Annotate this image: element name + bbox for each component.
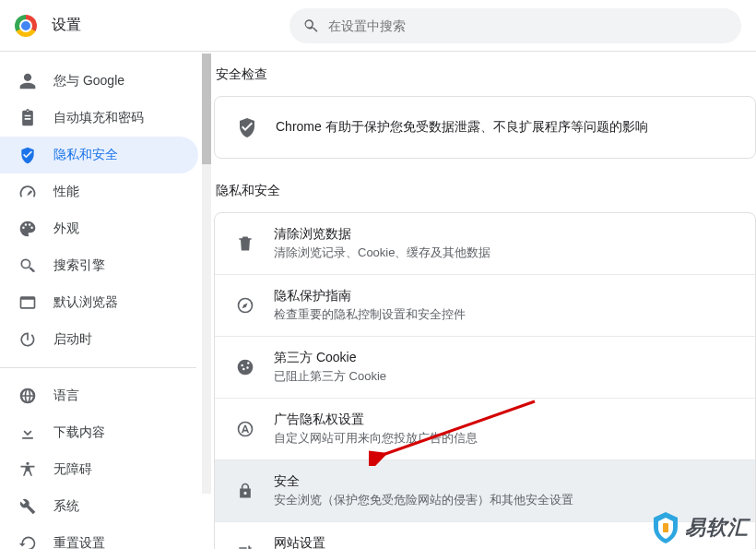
sidebar-scrollbar-thumb[interactable]	[202, 54, 211, 164]
watermark-text: 易软汇	[685, 514, 749, 542]
sidebar-item-label: 自动填充和密码	[53, 110, 144, 126]
settings-sidebar: 您与 Google 自动填充和密码 隐私和安全 性能 外观 搜索引擎 默认浏览器	[0, 52, 214, 549]
sidebar-item-label: 外观	[53, 221, 79, 237]
sidebar-item-label: 隐私和安全	[53, 147, 118, 163]
safety-check-heading: 安全检查	[214, 61, 756, 96]
sidebar-item-label: 搜索引擎	[53, 257, 105, 274]
globe-icon	[18, 387, 37, 405]
sidebar-item-on-startup[interactable]: 启动时	[0, 321, 198, 358]
row-third-party-cookies[interactable]: 第三方 Cookie 已阻止第三方 Cookie	[215, 336, 755, 398]
row-title: 网站设置	[274, 535, 549, 549]
row-ad-privacy[interactable]: 广告隐私权设置 自定义网站可用来向您投放广告的信息	[215, 398, 755, 459]
watermark-logo-icon	[652, 512, 679, 543]
trash-icon	[236, 234, 254, 253]
settings-search[interactable]	[289, 8, 741, 43]
download-icon	[18, 424, 37, 442]
sidebar-item-label: 系统	[53, 498, 79, 515]
sidebar-item-performance[interactable]: 性能	[0, 173, 198, 210]
sidebar-item-label: 下载内容	[53, 424, 105, 441]
svg-rect-1	[663, 523, 668, 532]
restore-icon	[18, 534, 37, 549]
sliders-icon	[236, 543, 254, 549]
cookie-icon	[236, 358, 254, 376]
privacy-heading: 隐私和安全	[214, 177, 756, 212]
search-icon	[18, 257, 37, 275]
row-title: 安全	[274, 473, 573, 490]
sidebar-item-label: 性能	[53, 184, 79, 200]
search-input[interactable]	[328, 18, 728, 33]
search-icon	[302, 18, 319, 34]
sidebar-item-appearance[interactable]: 外观	[0, 210, 198, 247]
row-subtitle: 清除浏览记录、Cookie、缓存及其他数据	[274, 245, 490, 261]
browser-icon	[18, 293, 37, 312]
wrench-icon	[18, 497, 37, 516]
sidebar-item-privacy[interactable]: 隐私和安全	[0, 137, 198, 173]
sidebar-item-system[interactable]: 系统	[0, 488, 198, 525]
safety-check-text: Chrome 有助于保护您免受数据泄露、不良扩展程序等问题的影响	[276, 119, 648, 136]
sidebar-item-label: 无障碍	[53, 461, 92, 478]
sidebar-item-label: 启动时	[53, 331, 92, 348]
power-icon	[18, 330, 37, 349]
sidebar-item-default-browser[interactable]: 默认浏览器	[0, 284, 198, 321]
sidebar-item-label: 默认浏览器	[53, 294, 118, 311]
sidebar-item-label: 重置设置	[53, 535, 105, 549]
watermark: 易软汇	[652, 512, 749, 543]
sidebar-item-accessibility[interactable]: 无障碍	[0, 451, 198, 488]
page-title: 设置	[52, 16, 81, 35]
ad-icon	[236, 420, 254, 438]
speedometer-icon	[18, 183, 37, 201]
privacy-card: 清除浏览数据 清除浏览记录、Cookie、缓存及其他数据 隐私保护指南 检查重要…	[214, 212, 756, 549]
clipboard-icon	[18, 109, 37, 127]
settings-content: 安全检查 Chrome 有助于保护您免受数据泄露、不良扩展程序等问题的影响 隐私…	[214, 52, 756, 549]
row-title: 隐私保护指南	[274, 288, 466, 304]
chrome-logo-icon	[15, 15, 37, 37]
safety-check-row[interactable]: Chrome 有助于保护您免受数据泄露、不良扩展程序等问题的影响	[215, 97, 755, 158]
shield-check-icon	[236, 116, 258, 138]
sidebar-item-label: 语言	[53, 388, 79, 404]
sidebar-item-autofill[interactable]: 自动填充和密码	[0, 100, 198, 137]
row-privacy-guide[interactable]: 隐私保护指南 检查重要的隐私控制设置和安全控件	[215, 274, 755, 336]
row-subtitle: 安全浏览（保护您免受危险网站的侵害）和其他安全设置	[274, 492, 573, 508]
accessibility-icon	[18, 460, 37, 479]
safety-check-card: Chrome 有助于保护您免受数据泄露、不良扩展程序等问题的影响	[214, 96, 756, 159]
sidebar-item-reset[interactable]: 重置设置	[0, 525, 198, 549]
sidebar-item-languages[interactable]: 语言	[0, 377, 198, 414]
sidebar-item-label: 您与 Google	[53, 73, 124, 90]
lock-icon	[236, 482, 254, 500]
palette-icon	[18, 220, 37, 238]
sidebar-item-you-and-google[interactable]: 您与 Google	[0, 63, 198, 100]
row-title: 广告隐私权设置	[274, 412, 478, 428]
person-icon	[18, 72, 37, 90]
sidebar-item-downloads[interactable]: 下载内容	[0, 414, 198, 451]
sidebar-divider	[0, 367, 196, 368]
row-subtitle: 检查重要的隐私控制设置和安全控件	[274, 306, 466, 323]
sidebar-item-search-engine[interactable]: 搜索引擎	[0, 247, 198, 284]
row-subtitle: 自定义网站可用来向您投放广告的信息	[274, 430, 478, 447]
row-title: 第三方 Cookie	[274, 350, 386, 366]
compass-icon	[236, 296, 254, 315]
shield-icon	[18, 146, 37, 164]
row-subtitle: 已阻止第三方 Cookie	[274, 368, 386, 385]
row-title: 清除浏览数据	[274, 226, 490, 243]
row-clear-data[interactable]: 清除浏览数据 清除浏览记录、Cookie、缓存及其他数据	[215, 213, 755, 274]
